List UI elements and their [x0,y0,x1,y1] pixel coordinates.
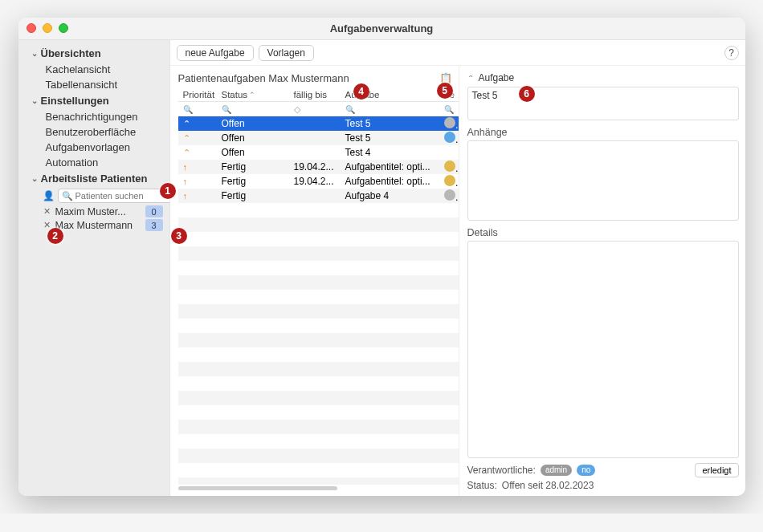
sidebar-section-settings[interactable]: ⌄ Einstellungen [18,92,169,109]
table-row[interactable]: ⌃OffenTest 4 [178,145,459,160]
responsible-label: Verantwortliche: [467,465,536,476]
task-list-pane: Patientenaufgaben Max Mustermann 📋 Prior… [170,66,459,496]
responsible-no-pill[interactable]: no [577,465,595,476]
annotation-1: 1 [160,183,176,199]
filter-task[interactable]: 🔍 [341,105,439,114]
count-badge: 3 [145,219,163,231]
task-list-title: Patientenaufgaben Max Mustermann [178,72,436,84]
sidebar-search-row: 👤 🔍 [43,189,163,203]
cell-status: Fertig [217,190,289,201]
sidebar-item-ui[interactable]: Benutzeroberfläche [18,124,169,140]
search-icon: 🔍 [62,191,73,201]
table-row-empty [178,232,459,246]
sidebar-item-tileview[interactable]: Kachelansicht [18,62,169,77]
table-row-empty [178,405,459,420]
table-row-empty [178,434,459,449]
sort-asc-icon: ⌃ [249,91,255,99]
table-row[interactable]: ↑Fertig19.04.2...Aufgabentitel: opti... [178,174,459,189]
search-icon: 🔍 [444,105,454,114]
add-person-icon[interactable]: 👤 [43,190,55,201]
sidebar-item-notifications[interactable]: Benachrichtigungen [18,109,169,124]
count-badge: 0 [145,205,163,217]
cell-resp [439,117,459,131]
cell-due: 19.04.2... [289,176,341,187]
table-row[interactable]: ⌃OffenTest 5 [178,116,459,131]
responsible-admin-pill[interactable]: admin [541,465,572,476]
sidebar-patient-0[interactable]: ✕ Maxim Muster... 0 [18,205,169,218]
cell-status: Offen [217,147,289,158]
cell-due: 19.04.2... [289,161,341,173]
search-icon: 🔍 [183,105,193,114]
help-button[interactable]: ? [724,46,739,60]
search-icon: 🔍 [345,105,355,114]
table-row-empty [178,217,459,232]
col-priority[interactable]: Priorität [178,90,217,99]
cell-task: Aufgabentitel: opti... [341,176,439,187]
table-row[interactable]: ⌃OffenTest 5 [178,131,459,145]
table-filters: 🔍 🔍 ◇ 🔍 🔍 [178,102,459,116]
cell-priority: ⌃ [178,132,217,144]
avatar [444,132,455,143]
minimize-icon[interactable] [43,23,52,33]
table-row-empty [178,290,459,304]
attachments-label: Anhänge [467,127,739,138]
annotation-6: 6 [519,86,535,102]
cell-priority: ↑ [178,190,217,201]
cell-task: Test 5 [341,132,439,144]
toolbar: neue Aufgabe Vorlagen ? [170,40,745,66]
filter-priority[interactable]: 🔍 [178,105,217,114]
cell-priority: ⌃ [178,118,217,129]
priority-icon: ⌃ [183,148,190,157]
task-table: Priorität Status⌃ fällig bis Aufgabe Ve … [178,87,459,491]
avatar [444,189,455,201]
done-button[interactable]: erledigt [695,463,738,477]
table-row-empty [178,391,459,405]
table-body: ⌃OffenTest 5⌃OffenTest 5⌃OffenTest 4↑Fer… [178,116,459,485]
cell-status: Fertig [217,161,289,173]
priority-icon: ⌃ [183,119,190,128]
task-title: Test 5 [472,90,498,101]
close-icon[interactable] [27,23,36,33]
annotation-3: 3 [171,228,187,244]
table-row[interactable]: ↑FertigAufgabe 4 [178,189,459,203]
sidebar-patient-1[interactable]: ✕ Max Mustermann 3 [18,218,169,232]
cell-task: Test 5 [341,118,439,129]
chevron-down-icon: ⌄ [31,96,38,105]
priority-icon: ↑ [183,162,188,172]
table-row[interactable]: ↑Fertig19.04.2...Aufgabentitel: opti... [178,160,459,174]
templates-button[interactable]: Vorlagen [259,45,314,61]
priority-icon: ↑ [183,177,188,186]
col-due[interactable]: fällig bis [289,90,341,99]
details-box[interactable] [467,241,739,458]
fullscreen-icon[interactable] [59,23,68,33]
chevron-icon[interactable]: ⌃ [467,74,474,83]
table-row-empty [178,463,459,477]
sidebar-item-automation[interactable]: Automation [18,155,169,170]
cell-resp [439,189,459,203]
detail-header-label: Aufgabe [479,72,515,83]
main-area: neue Aufgabe Vorlagen ? Patientenaufgabe… [169,40,745,496]
attachments-box[interactable] [467,140,739,221]
new-task-button[interactable]: neue Aufgabe [177,45,254,61]
patient-search-input[interactable] [75,191,169,201]
sidebar-section-worklist[interactable]: ⌄ Arbeitsliste Patienten [18,170,169,187]
sidebar-item-tableview[interactable]: Tabellenansicht [18,77,169,92]
table-row-empty [178,275,459,290]
filter-resp[interactable]: 🔍 [439,105,459,114]
filter-due[interactable]: ◇ [289,104,341,115]
cell-priority: ↑ [178,176,217,187]
table-row-empty [178,319,459,333]
horizontal-scrollbar[interactable] [178,486,454,491]
priority-icon: ⌃ [183,133,190,143]
app-window: Aufgabenverwaltung ⌄ Übersichten Kachela… [18,18,745,496]
table-row-empty [178,203,459,217]
col-status[interactable]: Status⌃ [217,90,289,99]
task-title-box[interactable]: Test 5 [467,87,739,120]
remove-icon[interactable]: ✕ [43,206,52,217]
table-row-empty [178,347,459,362]
sidebar-item-templates[interactable]: Aufgabenvorlagen [18,140,169,155]
patient-search-wrap[interactable]: 🔍 [58,189,169,203]
table-row-empty [178,304,459,319]
filter-status[interactable]: 🔍 [217,105,289,114]
sidebar-section-overviews[interactable]: ⌄ Übersichten [18,45,169,62]
